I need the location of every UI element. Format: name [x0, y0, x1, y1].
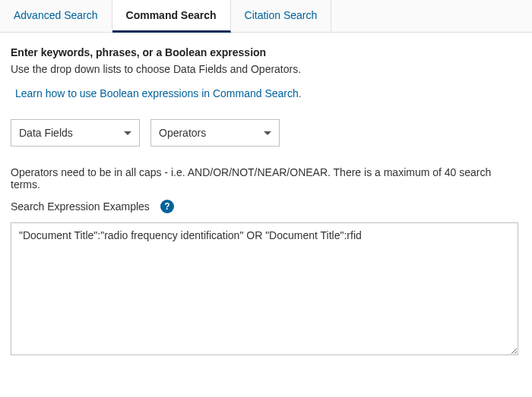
- examples-row: Search Expression Examples ?: [11, 200, 521, 213]
- dropdown-row: Data Fields Operators: [11, 119, 521, 147]
- page-subtitle: Use the drop down lists to choose Data F…: [11, 63, 521, 75]
- learn-link[interactable]: Learn how to use Boolean expressions in …: [15, 87, 302, 99]
- chevron-down-icon: [124, 131, 131, 135]
- help-icon[interactable]: ?: [160, 200, 174, 213]
- tab-citation-search[interactable]: Citation Search: [231, 0, 332, 32]
- data-fields-label: Data Fields: [19, 127, 73, 139]
- tab-command-search[interactable]: Command Search: [112, 0, 231, 33]
- data-fields-dropdown[interactable]: Data Fields: [11, 119, 140, 147]
- operators-label: Operators: [159, 127, 206, 139]
- tab-bar: Advanced Search Command Search Citation …: [0, 0, 532, 33]
- examples-label: Search Expression Examples: [11, 200, 150, 213]
- page-title: Enter keywords, phrases, or a Boolean ex…: [11, 46, 521, 58]
- tab-advanced-search[interactable]: Advanced Search: [0, 0, 112, 32]
- content-area: Enter keywords, phrases, or a Boolean ex…: [0, 33, 532, 373]
- operators-dropdown[interactable]: Operators: [150, 119, 280, 147]
- search-expression-input[interactable]: [11, 222, 518, 355]
- operators-note: Operators need to be in all caps - i.e. …: [11, 166, 521, 191]
- chevron-down-icon: [264, 131, 271, 135]
